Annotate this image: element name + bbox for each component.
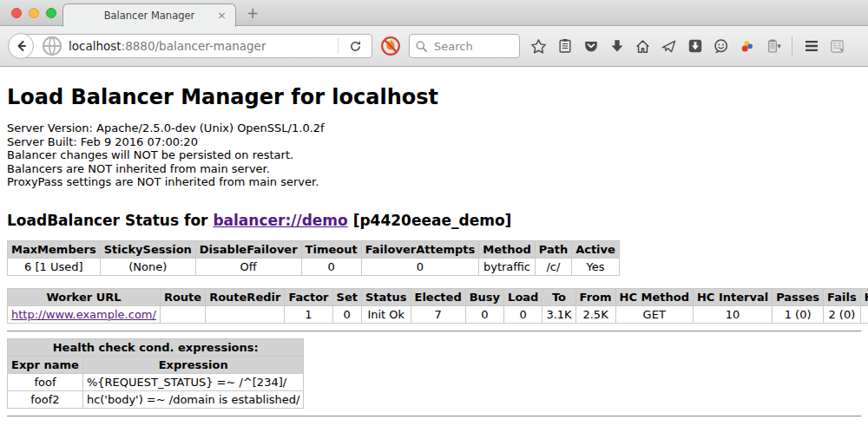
cell-routeredir	[206, 305, 285, 323]
cell-route	[160, 305, 205, 323]
close-window-button[interactable]	[11, 8, 22, 18]
col-stickysession: StickySession	[100, 240, 195, 258]
flame-blocked-icon	[380, 36, 401, 56]
reading-list-button[interactable]	[553, 35, 576, 58]
search-input[interactable]	[432, 39, 507, 54]
heading-suffix: [p4420eeae_demo]	[353, 212, 512, 229]
cell-worker-url: http://www.example.com/	[8, 305, 161, 323]
table-row: http://www.example.com/ 1 0 Init Ok 7 0 …	[8, 305, 868, 323]
col-worker-url: Worker URL	[8, 288, 161, 305]
window-controls	[11, 8, 56, 18]
tab-balancer-manager[interactable]: Balancer Manager ×	[62, 3, 236, 27]
cell-fails: 2 (0)	[824, 305, 861, 323]
colors-extension-icon	[739, 38, 755, 55]
col-fails: Fails	[824, 288, 861, 305]
col-status: Status	[361, 288, 411, 305]
new-tab-button[interactable]: +	[247, 4, 259, 22]
home-icon	[635, 38, 651, 55]
server-version-line: Server Version: Apache/2.5.0-dev (Unix) …	[7, 121, 861, 135]
proxypass-warning-line: ProxyPass settings are NOT inherited fro…	[7, 175, 861, 189]
cell-expr-name: foof2	[8, 390, 83, 408]
page-title: Load Balancer Manager for localhost	[7, 85, 861, 109]
browser-window: Balancer Manager × + localhost:8880/bala…	[0, 0, 868, 426]
cell-passes: 1 (0)	[773, 305, 824, 323]
col-factor: Factor	[285, 288, 332, 305]
zoom-window-button[interactable]	[46, 8, 56, 18]
clipboard-extension-button[interactable]: ▾	[761, 35, 785, 58]
col-hc-interval: HC Interval	[693, 288, 772, 305]
toolbar-divider	[792, 36, 792, 56]
col-timeout: Timeout	[301, 240, 361, 258]
search-icon	[415, 40, 428, 53]
bookmark-star-button[interactable]	[527, 35, 550, 58]
location-group: localhost:8880/balancer-manager	[8, 33, 372, 59]
cell-expr-name: foof	[8, 373, 83, 390]
worker-url-link[interactable]: http://www.example.com/	[11, 308, 156, 321]
col-path: Path	[535, 240, 571, 258]
table-header-row: Expr name Expression	[8, 356, 304, 373]
col-active: Active	[572, 240, 620, 258]
toolbar-icons: ▾	[527, 35, 849, 58]
cell-hc-uri	[860, 305, 868, 323]
col-disablefailover: DisableFailover	[195, 240, 301, 258]
balancer-demo-link[interactable]: balancer://demo	[213, 212, 347, 229]
titlebar: Balancer Manager × +	[0, 0, 868, 26]
url-bar[interactable]: localhost:8880/balancer-manager	[21, 34, 372, 58]
balancer-status-heading: LoadBalancer Status for balancer://demo …	[7, 212, 861, 229]
tab-close-icon[interactable]: ×	[217, 8, 227, 23]
back-button[interactable]	[8, 33, 34, 59]
downloader-extension-button[interactable]	[683, 35, 707, 58]
bookmark-star-icon	[530, 38, 547, 55]
table-header-row: Worker URL Route RouteRedir Factor Set S…	[8, 288, 868, 305]
reload-button[interactable]	[344, 35, 366, 57]
minimize-window-button[interactable]	[29, 8, 39, 18]
cell-hc-method: GET	[615, 305, 693, 323]
cell-to: 3.1K	[542, 305, 575, 323]
col-expr-name: Expr name	[8, 356, 83, 373]
globe-icon	[41, 35, 63, 57]
menu-button[interactable]	[799, 35, 823, 58]
tab-groups-button[interactable]	[825, 35, 849, 58]
reload-icon	[349, 40, 362, 53]
search-bar[interactable]	[409, 34, 520, 58]
cell-set: 0	[332, 305, 361, 323]
worker-status-table: Worker URL Route RouteRedir Factor Set S…	[7, 288, 868, 324]
chevron-down-icon: ▾	[777, 42, 781, 50]
cell-maxmembers: 6 [1 Used]	[8, 258, 101, 275]
send-tab-icon	[661, 38, 677, 55]
col-hc-method: HC Method	[615, 288, 693, 305]
page-content: Load Balancer Manager for localhost Serv…	[0, 85, 868, 417]
col-maxmembers: MaxMembers	[8, 240, 101, 258]
cell-load: 0	[504, 305, 542, 323]
colors-extension-button[interactable]	[735, 35, 759, 58]
cell-timeout: 0	[301, 258, 361, 275]
col-passes: Passes	[773, 288, 824, 305]
server-info: Server Version: Apache/2.5.0-dev (Unix) …	[7, 121, 861, 189]
pocket-icon	[583, 38, 599, 54]
cell-failoverattempts: 0	[361, 258, 479, 275]
health-table-title: Health check cond. expressions:	[8, 338, 304, 356]
tab-groups-icon	[829, 38, 845, 55]
balancer-settings-table: MaxMembers StickySession DisableFailover…	[7, 240, 620, 276]
server-built-line: Server Built: Feb 9 2016 07:00:20	[7, 135, 861, 149]
table-row: 6 [1 Used] (None) Off 0 0 bytraffic /c/ …	[8, 258, 620, 275]
downloads-icon	[609, 38, 625, 54]
heading-prefix: LoadBalancer Status for	[7, 212, 207, 229]
cell-disablefailover: Off	[195, 258, 301, 275]
home-button[interactable]	[631, 35, 654, 58]
emoji-extension-button[interactable]	[709, 35, 733, 58]
downloads-button[interactable]	[605, 35, 628, 58]
balancers-warning-line: Balancers are NOT inherited from main se…	[7, 162, 861, 176]
col-failoverattempts: FailoverAttempts	[361, 240, 479, 258]
pocket-button[interactable]	[579, 35, 602, 58]
downloader-extension-icon	[687, 38, 703, 54]
url-host: localhost	[69, 39, 122, 53]
send-tab-button[interactable]	[657, 35, 681, 58]
flash-block-button[interactable]	[379, 35, 402, 57]
cell-factor: 1	[285, 305, 332, 323]
cell-expression: hc('body') =~ /domain is established/	[82, 390, 304, 408]
table-title-row: Health check cond. expressions:	[8, 338, 304, 356]
col-load: Load	[504, 288, 542, 305]
cell-status: Init Ok	[361, 305, 411, 323]
col-route: Route	[160, 288, 205, 305]
